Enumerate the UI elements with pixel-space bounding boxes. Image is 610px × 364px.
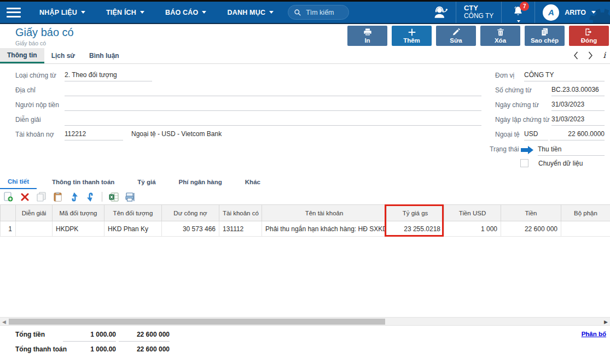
scroll-right-arrow[interactable]: ▶ bbox=[604, 319, 608, 325]
menu-label: NHẬP LIỆU bbox=[39, 9, 77, 16]
detail-tab-khac[interactable]: Khác bbox=[237, 174, 268, 189]
dien-giai-field[interactable] bbox=[65, 115, 481, 125]
field-label: Tài khoản nợ bbox=[15, 131, 54, 138]
support-button[interactable] bbox=[426, 2, 456, 23]
scrollbar-thumb[interactable] bbox=[9, 319, 385, 325]
info-icon[interactable]: i bbox=[603, 50, 606, 60]
horizontal-scrollbar[interactable]: ◀ ▶ bbox=[0, 317, 610, 326]
trang-thai-field[interactable]: Thu tiền bbox=[538, 145, 605, 153]
ngay-chung-tu-field[interactable]: 31/03/2023 bbox=[551, 101, 605, 108]
page-subtitle: Giấy báo có bbox=[15, 40, 46, 46]
delete-row-icon[interactable] bbox=[20, 192, 30, 202]
ngay-lap-chung-tu-field[interactable]: 31/03/2023 bbox=[551, 115, 605, 123]
close-button[interactable]: Đóng bbox=[569, 26, 609, 46]
total-row-label: Tổng tiền bbox=[15, 331, 45, 338]
chevron-down-icon bbox=[81, 11, 85, 14]
cell-du-cong-no[interactable]: 30 573 466 bbox=[162, 221, 219, 237]
company-name: CÔNG TY bbox=[464, 13, 493, 20]
col-header-ten-doi-tuong: Tên đối tượng bbox=[104, 205, 162, 221]
company-selector[interactable]: CTY CÔNG TY bbox=[456, 2, 501, 23]
next-record-button[interactable] bbox=[588, 51, 593, 60]
chuyen-du-lieu-checkbox[interactable] bbox=[520, 159, 528, 167]
cell-tien[interactable]: 22 600 000 bbox=[501, 221, 561, 237]
copy-button[interactable]: Sao chép bbox=[525, 26, 565, 46]
field-underline bbox=[65, 96, 481, 96]
notifications-button[interactable]: 7 bbox=[501, 2, 535, 23]
detail-tab-chi-tiet[interactable]: Chi tiết bbox=[0, 174, 37, 189]
user-menu[interactable]: A ARITO bbox=[535, 2, 610, 23]
table-row: 1 HKDPK HKD Phan Ky 30 573 466 131112 Ph… bbox=[1, 221, 610, 237]
detail-grid: Diễn giải Mã đối tượng Tên đối tượng Dư … bbox=[0, 204, 610, 237]
tai-khoan-no-field[interactable]: 112212 bbox=[65, 130, 123, 138]
delete-button[interactable]: Xóa bbox=[480, 26, 520, 46]
nguoi-nop-tien-field[interactable] bbox=[65, 101, 481, 110]
don-vi-field[interactable]: CÔNG TY bbox=[524, 71, 605, 79]
col-header-ma-doi-tuong: Mã đối tượng bbox=[53, 205, 104, 221]
tab-thong-tin[interactable]: Thông tin bbox=[0, 48, 44, 63]
menu-bao-cao[interactable]: BÁO CÁO bbox=[165, 9, 206, 16]
menu-tien-ich[interactable]: TIỆN ÍCH bbox=[106, 9, 144, 16]
move-up-icon[interactable] bbox=[69, 192, 79, 202]
cell-bo-phan[interactable] bbox=[561, 221, 610, 237]
detail-tab-bar: Chi tiết Thông tin thanh toán Tỷ giá Phí… bbox=[0, 174, 610, 189]
menu-danh-muc[interactable]: DANH MỤC bbox=[227, 9, 274, 16]
menu-label: DANH MỤC bbox=[227, 9, 265, 16]
cell-dien-giai[interactable] bbox=[16, 221, 53, 237]
add-row-icon[interactable] bbox=[3, 192, 14, 202]
button-label: In bbox=[364, 37, 370, 44]
printer-icon bbox=[363, 28, 372, 36]
cell-ma-doi-tuong[interactable]: HKDPK bbox=[53, 221, 104, 237]
field-underline bbox=[551, 110, 605, 111]
paste-icon[interactable] bbox=[53, 192, 63, 202]
menu-label: TIỆN ÍCH bbox=[106, 9, 136, 16]
tab-lich-su[interactable]: Lịch sử bbox=[44, 48, 82, 63]
loai-chung-tu-field[interactable]: 2. Theo đối tượng bbox=[65, 71, 152, 79]
field-underline bbox=[524, 140, 548, 140]
tab-binh-luan[interactable]: Bình luận bbox=[82, 48, 126, 63]
col-header-tien: Tiền bbox=[501, 205, 561, 221]
detail-tab-phi-ngan-hang[interactable]: Phí ngân hàng bbox=[171, 174, 230, 189]
detail-tab-ty-gia[interactable]: Tỷ giá bbox=[130, 174, 163, 189]
prev-record-button[interactable] bbox=[573, 51, 578, 60]
scroll-left-arrow[interactable]: ◀ bbox=[2, 319, 6, 325]
button-label: Xóa bbox=[495, 37, 506, 44]
col-header-ty-gia-gs: Tỷ giá gs bbox=[387, 205, 444, 221]
detail-tab-thanh-toan[interactable]: Thông tin thanh toán bbox=[44, 174, 122, 189]
ngoai-te-rate-field[interactable]: 22 600.0000 bbox=[550, 130, 605, 138]
total-usd-value: 1 000.00 bbox=[63, 345, 116, 353]
cell-tai-khoan-co[interactable]: 131112 bbox=[219, 221, 262, 237]
copy-rows-icon[interactable] bbox=[36, 192, 47, 202]
chevron-down-icon bbox=[202, 11, 206, 14]
total-vnd-value: 22 600 000 bbox=[119, 331, 170, 338]
pencil-icon bbox=[452, 28, 460, 36]
excel-export-icon[interactable] bbox=[108, 192, 119, 202]
cell-rownum[interactable]: 1 bbox=[1, 221, 16, 237]
total-usd-value: 1 000.00 bbox=[63, 331, 116, 338]
col-header-tien-usd: Tiền USD bbox=[444, 205, 501, 221]
field-label: Số chứng từ bbox=[495, 86, 532, 94]
cell-ten-doi-tuong[interactable]: HKD Phan Ky bbox=[104, 221, 162, 237]
hamburger-menu-icon[interactable] bbox=[7, 8, 21, 17]
user-avatar: A bbox=[543, 4, 559, 21]
dia-chi-field[interactable] bbox=[65, 86, 481, 96]
phan-bo-link[interactable]: Phân bổ bbox=[582, 331, 606, 337]
search-placeholder: Tìm kiếm bbox=[306, 9, 334, 16]
exit-icon bbox=[585, 28, 593, 36]
ngoai-te-currency-field[interactable]: USD bbox=[524, 130, 548, 138]
add-button[interactable]: Thêm bbox=[392, 26, 432, 46]
menu-label: BÁO CÁO bbox=[165, 9, 198, 16]
menu-nhap-lieu[interactable]: NHẬP LIỆU bbox=[39, 9, 85, 16]
cell-ty-gia-gs[interactable]: 23 255.0218 bbox=[387, 221, 444, 237]
search-input[interactable]: Tìm kiếm bbox=[288, 5, 349, 20]
field-underline bbox=[65, 125, 481, 126]
move-down-icon[interactable] bbox=[85, 192, 96, 202]
cell-ten-tai-khoan[interactable]: Phải thu ngắn hạn khách hàng: HĐ SXKD (.… bbox=[262, 221, 387, 237]
print-button[interactable]: In bbox=[347, 26, 387, 46]
chuyen-du-lieu-label: Chuyển dữ liệu bbox=[538, 160, 583, 167]
cell-tien-usd[interactable]: 1 000 bbox=[444, 221, 501, 237]
print-grid-icon[interactable] bbox=[125, 192, 135, 202]
field-label: Người nộp tiền bbox=[15, 101, 59, 109]
edit-button[interactable]: Sửa bbox=[436, 26, 476, 46]
so-chung-tu-field[interactable]: BC.23.03.00036 bbox=[551, 86, 605, 93]
status-arrow-icon[interactable] bbox=[521, 146, 534, 154]
